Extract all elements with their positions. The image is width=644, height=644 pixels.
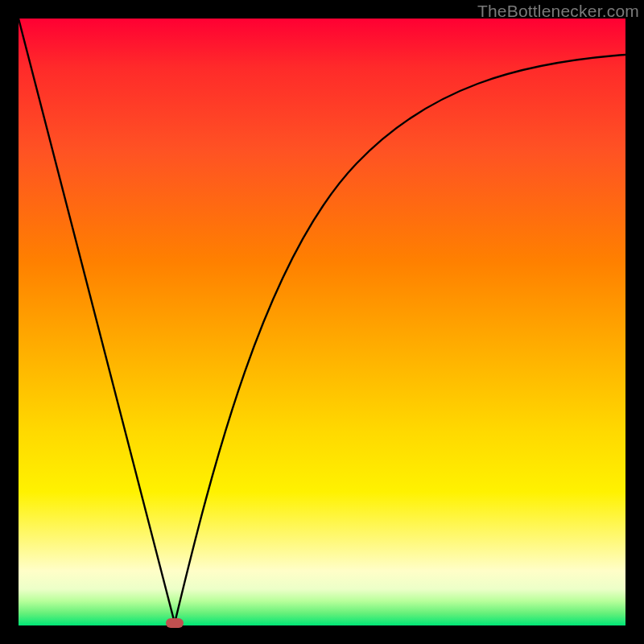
watermark-text: TheBottlenecker.com: [477, 2, 639, 21]
curve-right-segment: [175, 55, 625, 623]
plot-area: [19, 19, 625, 625]
chart-frame: TheBottlenecker.com: [0, 0, 644, 644]
bottleneck-curve: [19, 19, 625, 625]
minimum-marker: [166, 618, 184, 628]
curve-left-segment: [19, 19, 175, 623]
